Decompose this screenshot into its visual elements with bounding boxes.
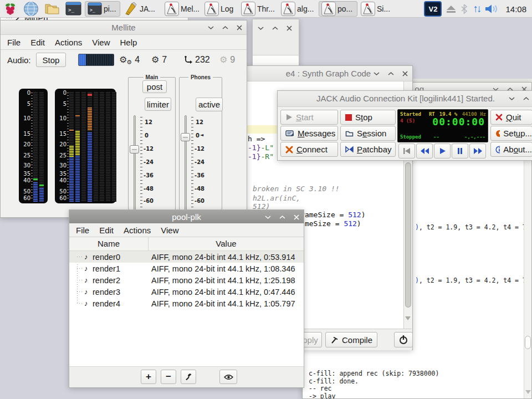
info-icon: [495, 146, 500, 154]
table-row[interactable]: ♪ render2 AIFF, mono 24-bit int 44.1 kHz…: [69, 274, 304, 286]
audio-stop-button[interactable]: Stop: [36, 53, 66, 67]
phones-slider-thumb[interactable]: [181, 133, 190, 141]
add-button[interactable]: +: [141, 370, 156, 384]
jack-window: JACK Audio Connection Kit [logilink441] …: [277, 90, 532, 161]
eject-icon[interactable]: [447, 6, 456, 13]
main-volume-slider[interactable]: [134, 115, 136, 211]
rewind-icon: [420, 147, 429, 155]
pool-window: pool-plk File Edit Actions View Name Val…: [69, 209, 304, 388]
synth-titlebar[interactable]: e4 : Synth Graph Code: [244, 66, 412, 81]
task-pool[interactable]: po...: [319, 1, 357, 17]
jack-patchbay-button[interactable]: Patchbay: [340, 142, 396, 157]
skip-back-icon: [402, 147, 411, 155]
task-log[interactable]: Log: [202, 1, 238, 17]
transport-pause-button[interactable]: [452, 144, 468, 158]
task-simulation[interactable]: Si...: [359, 1, 395, 17]
transport-rewind-start-button[interactable]: [398, 144, 415, 158]
column-name[interactable]: Name: [69, 237, 149, 250]
volume-icon[interactable]: [485, 4, 498, 14]
jack-titlebar[interactable]: JACK Audio Connection Kit [logilink441] …: [278, 91, 532, 107]
browser-launcher[interactable]: [21, 1, 41, 17]
menu-help[interactable]: Help: [115, 38, 142, 47]
menu-file[interactable]: File: [2, 38, 25, 47]
phones-active-button[interactable]: active: [196, 98, 223, 111]
view-button[interactable]: [219, 370, 237, 384]
maximize-icon[interactable]: [279, 215, 285, 219]
patchbay-icon: [345, 146, 354, 153]
minimize-icon[interactable]: [509, 96, 515, 101]
jack-stop-button[interactable]: Stop: [340, 110, 396, 125]
menu-edit[interactable]: Edit: [25, 38, 50, 47]
close-icon[interactable]: [294, 214, 299, 220]
minimize-icon[interactable]: [208, 25, 214, 30]
power-button[interactable]: [394, 332, 413, 347]
meter-channel: [69, 92, 74, 202]
maximize-icon[interactable]: [222, 25, 228, 30]
main-slider-thumb[interactable]: [130, 145, 139, 154]
table-row[interactable]: ♪ render1 AIFF, mono 24-bit int 44.1 kHz…: [69, 263, 304, 274]
menu-actions[interactable]: Actions: [50, 38, 87, 47]
task-algorithm[interactable]: alg...: [279, 1, 318, 17]
jack-messages-button[interactable]: Messages: [280, 126, 338, 141]
menu-file[interactable]: File: [71, 226, 94, 235]
transport-forward-button[interactable]: [469, 144, 486, 158]
table-body: ♪ render0 AIFF, mono 24-bit int 44.1 kHz…: [69, 251, 304, 311]
table-row[interactable]: ♪ render3 AIFF, mono 24-bit int 44.1 kHz…: [69, 286, 304, 298]
maximize-icon[interactable]: [388, 71, 394, 76]
menu-actions[interactable]: Actions: [119, 226, 156, 235]
transport-play-button[interactable]: [434, 144, 451, 158]
table-header[interactable]: Name Value: [69, 237, 304, 251]
close-icon[interactable]: [237, 25, 242, 30]
task-jack[interactable]: JA...: [121, 1, 161, 17]
code-line: -1}-R": [248, 152, 274, 161]
vnc-icon[interactable]: V2: [424, 1, 442, 17]
file-manager-launcher[interactable]: [42, 1, 62, 17]
close-icon[interactable]: [402, 71, 408, 76]
power-icon: [398, 335, 408, 345]
scroll-down-icon[interactable]: [525, 390, 531, 394]
maximize-icon[interactable]: [272, 26, 278, 30]
jack-quit-button[interactable]: Quit: [490, 110, 532, 125]
table-row-selected[interactable]: ♪ render0 AIFF, mono 24-bit int 44.1 kHz…: [69, 251, 304, 263]
menu-view[interactable]: View: [156, 226, 183, 235]
main-limiter-button[interactable]: limiter: [145, 98, 171, 111]
jack-start-button[interactable]: Start: [280, 110, 338, 125]
menu-edit[interactable]: Edit: [94, 226, 119, 235]
compile-button[interactable]: Compile: [325, 332, 377, 347]
tools-button[interactable]: [181, 370, 196, 384]
maximize-icon[interactable]: [523, 96, 529, 101]
jack-connect-button[interactable]: Connect: [280, 142, 338, 157]
scroll-down-icon[interactable]: [405, 316, 411, 320]
main-post-button[interactable]: post: [142, 80, 167, 93]
jack-session-button[interactable]: Session: [340, 126, 396, 141]
scrollbar-thumb[interactable]: [525, 336, 531, 349]
menu-view[interactable]: View: [87, 38, 115, 47]
duke-icon: [323, 3, 335, 15]
table-row[interactable]: ♪ render4 AIFF, mono 24-bit int 44.1 kHz…: [69, 298, 304, 309]
setup-icon: [495, 130, 500, 137]
transport-rewind-button[interactable]: [416, 144, 433, 158]
task-terminal-pi[interactable]: >_ pi...: [85, 1, 120, 17]
jack-time: 00:00:00: [432, 116, 485, 127]
mellite-titlebar[interactable]: Mellite: [1, 21, 247, 35]
network-traffic-icon[interactable]: ↑↓: [473, 3, 480, 15]
task-thread[interactable]: Thr...: [239, 1, 278, 17]
close-icon[interactable]: [287, 25, 292, 31]
menu-raspberry-button[interactable]: [1, 1, 20, 17]
scrollbar-thumb[interactable]: [405, 162, 411, 308]
task-mellite[interactable]: Mel...: [162, 1, 201, 17]
bluetooth-icon[interactable]: [461, 4, 468, 14]
minimize-icon[interactable]: [258, 26, 264, 30]
pool-titlebar[interactable]: pool-plk: [69, 210, 304, 224]
jack-setup-button[interactable]: Setup...: [490, 126, 532, 141]
phones-volume-slider[interactable]: [185, 115, 187, 211]
remove-button[interactable]: −: [161, 370, 176, 384]
minimize-icon[interactable]: [374, 71, 380, 76]
terminal-launcher[interactable]: >_: [63, 1, 84, 17]
pool-menubar: File Edit Actions View: [69, 223, 304, 237]
globe-icon: [23, 1, 39, 17]
jack-about-button[interactable]: About...: [490, 142, 532, 157]
gears-icon: ⚙: [126, 59, 132, 65]
column-value[interactable]: Value: [149, 237, 304, 250]
minimize-icon[interactable]: [265, 215, 271, 219]
